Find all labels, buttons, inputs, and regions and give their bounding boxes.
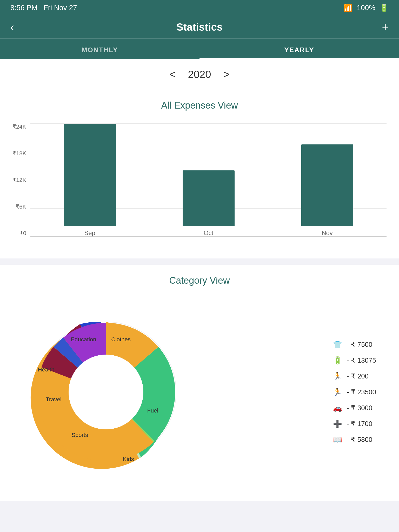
year-nav: < 2020 >: [0, 59, 399, 90]
svg-point-1: [69, 355, 143, 429]
legend-item-clothes: 👕 - ₹ 7500: [332, 340, 376, 349]
donut-chart: Clothes Fuel Kids Sports Travel Health E…: [12, 298, 200, 486]
battery-label: 100%: [357, 4, 375, 12]
tab-yearly[interactable]: YEARLY: [200, 39, 399, 59]
next-year-button[interactable]: >: [223, 69, 229, 80]
legend-amount-health: - ₹ 1700: [347, 420, 373, 428]
y-label-0: ₹0: [19, 230, 26, 237]
travel-icon: 🚗: [332, 404, 343, 412]
bar-item-sep: Sep: [64, 124, 116, 237]
bar-chart-card: All Expenses View ₹24K ₹18K ₹12K ₹6K ₹0 …: [0, 90, 399, 258]
category-title: Category View: [12, 275, 387, 286]
tab-monthly[interactable]: MONTHLY: [0, 39, 200, 59]
status-bar: 8:56 PM Fri Nov 27 📶 100% 🔋: [0, 0, 399, 16]
category-section: Category View: [0, 265, 399, 501]
page-title: Statistics: [176, 21, 223, 33]
legend-amount-kids: - ₹ 200: [347, 372, 369, 380]
legend-amount-education: - ₹ 5800: [347, 436, 373, 444]
add-button[interactable]: +: [382, 21, 389, 33]
y-label-6k: ₹6K: [16, 203, 26, 210]
battery-icon: 🔋: [380, 4, 389, 12]
clothes-icon: 👕: [332, 340, 343, 349]
bars-group: Sep Oct Nov: [30, 123, 387, 237]
legend-item-health: ➕ - ₹ 1700: [332, 420, 376, 428]
y-label-12k: ₹12K: [12, 177, 26, 183]
legend: 👕 - ₹ 7500 🔋 - ₹ 13075 🏃 - ₹ 200 🏃 - ₹ 2…: [332, 340, 376, 444]
fuel-icon: 🔋: [332, 356, 343, 365]
donut-svg-proper: [12, 298, 200, 486]
status-time: 8:56 PM Fri Nov 27: [10, 4, 77, 12]
legend-item-sports: 🏃 - ₹ 23500: [332, 388, 376, 396]
legend-amount-clothes: - ₹ 7500: [347, 341, 373, 349]
legend-amount-fuel: - ₹ 13075: [347, 356, 376, 364]
category-content: Clothes Fuel Kids Sports Travel Health E…: [12, 298, 387, 486]
bars-container: Sep Oct Nov: [30, 123, 387, 248]
bar-chart-title: All Expenses View: [12, 100, 387, 111]
header: ‹ Statistics +: [0, 16, 399, 38]
y-label-18k: ₹18K: [12, 150, 26, 157]
y-label-24k: ₹24K: [12, 123, 26, 130]
legend-amount-sports: - ₹ 23500: [347, 388, 376, 396]
legend-item-education: 📖 - ₹ 5800: [332, 435, 376, 444]
wifi-icon: 📶: [343, 4, 353, 12]
health-icon: ➕: [332, 420, 343, 428]
bar-oct: [183, 170, 235, 226]
legend-item-travel: 🚗 - ₹ 3000: [332, 404, 376, 412]
legend-item-fuel: 🔋 - ₹ 13075: [332, 356, 376, 365]
status-right: 📶 100% 🔋: [343, 4, 389, 12]
education-icon: 📖: [332, 435, 343, 444]
year-display: 2020: [188, 69, 211, 80]
tabs-bar: MONTHLY YEARLY: [0, 38, 399, 59]
y-axis: ₹24K ₹18K ₹12K ₹6K ₹0: [12, 123, 26, 248]
bar-chart-area: ₹24K ₹18K ₹12K ₹6K ₹0 Sep: [12, 123, 387, 248]
bar-item-oct: Oct: [183, 170, 235, 237]
bar-label-sep: Sep: [84, 229, 95, 237]
bar-item-nov: Nov: [301, 144, 353, 237]
bar-label-oct: Oct: [204, 229, 213, 237]
sports-icon: 🏃: [332, 388, 343, 396]
legend-item-kids: 🏃 - ₹ 200: [332, 372, 376, 381]
legend-amount-travel: - ₹ 3000: [347, 404, 373, 412]
bar-sep: [64, 124, 116, 226]
back-button[interactable]: ‹: [10, 21, 14, 33]
bar-nov: [301, 144, 353, 226]
kids-icon: 🏃: [332, 372, 343, 381]
prev-year-button[interactable]: <: [169, 69, 175, 80]
bar-label-nov: Nov: [322, 229, 333, 237]
